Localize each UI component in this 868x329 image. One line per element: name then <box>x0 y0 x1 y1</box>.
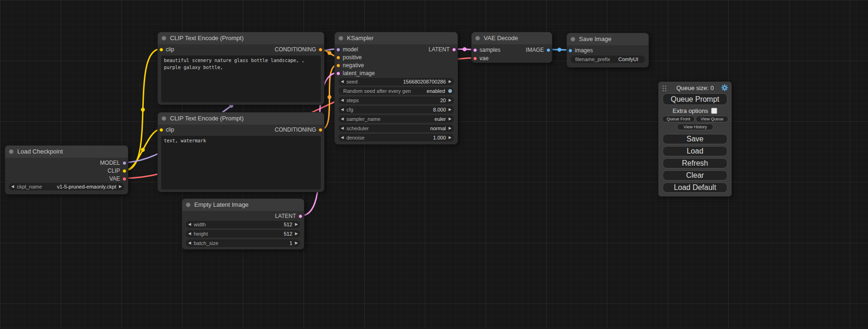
refresh-button[interactable]: Refresh <box>663 158 727 168</box>
widget-value: euler <box>435 115 446 123</box>
output-slot-conditioning[interactable]: CONDITIONING <box>158 46 324 54</box>
increment-arrow-icon[interactable]: ▶ <box>119 183 122 190</box>
slot-dot-vae[interactable] <box>122 177 127 181</box>
node-title-bar[interactable]: Load Checkpoint <box>5 146 128 158</box>
widget-seed[interactable]: ◀ seed 156680208700286 ▶ <box>339 78 454 85</box>
widget-random-seed-toggle[interactable]: Random seed after every gen enabled <box>339 87 454 95</box>
slot-dot-vae[interactable] <box>473 56 477 61</box>
node-save-image[interactable]: Save Image images filename_prefix ComfyU… <box>566 33 649 68</box>
load-default-button[interactable]: Load Default <box>663 182 727 193</box>
decrement-arrow-icon[interactable]: ◀ <box>11 183 14 190</box>
collapse-dot-icon[interactable] <box>475 36 480 41</box>
collapse-dot-icon[interactable] <box>571 37 575 42</box>
input-slot-latent-image[interactable]: latent_image <box>335 70 458 77</box>
slot-dot-conditioning[interactable] <box>318 48 323 52</box>
decrement-arrow-icon[interactable]: ◀ <box>341 125 344 132</box>
node-title-bar[interactable]: KSampler <box>335 32 458 44</box>
node-title-bar[interactable]: VAE Decode <box>472 32 552 44</box>
slot-dot-latent[interactable] <box>452 48 456 52</box>
node-empty-latent-image[interactable]: Empty Latent Image LATENT ◀ width 512 ▶ … <box>182 198 304 250</box>
output-slot-vae[interactable]: VAE <box>5 175 128 183</box>
widget-value: 512 <box>284 221 292 228</box>
collapse-dot-icon[interactable] <box>9 149 14 154</box>
node-title-bar[interactable]: Save Image <box>567 33 649 45</box>
output-slot-image[interactable]: IMAGE <box>472 46 552 54</box>
decrement-arrow-icon[interactable]: ◀ <box>341 115 344 123</box>
slot-dot-conditioning[interactable] <box>336 63 340 68</box>
view-history-button[interactable]: View History <box>677 124 713 130</box>
increment-arrow-icon[interactable]: ▶ <box>295 239 298 247</box>
widget-height[interactable]: ◀ height 512 ▶ <box>186 230 300 238</box>
collapse-dot-icon[interactable] <box>339 36 343 41</box>
increment-arrow-icon[interactable]: ▶ <box>449 106 452 113</box>
output-slot-clip[interactable]: CLIP <box>5 167 128 175</box>
menu-header: Queue size: 0 <box>662 84 728 92</box>
increment-arrow-icon[interactable]: ▶ <box>449 134 452 141</box>
input-slot-negative[interactable]: negative <box>335 62 458 70</box>
widget-width[interactable]: ◀ width 512 ▶ <box>186 221 300 228</box>
node-title: CLIP Text Encode (Prompt) <box>170 115 244 122</box>
collapse-dot-icon[interactable] <box>186 203 191 207</box>
save-button[interactable]: Save <box>663 134 727 144</box>
slot-dot-conditioning[interactable] <box>318 128 323 132</box>
increment-arrow-icon[interactable]: ▶ <box>449 115 452 123</box>
graph-canvas[interactable]: Load Checkpoint MODEL CLIP VAE ◀ ckpt_na… <box>0 0 868 329</box>
slot-dot-latent[interactable] <box>298 214 303 218</box>
positive-prompt-textarea[interactable]: beautiful scenery nature glass bottle la… <box>161 56 321 102</box>
slot-dot-latent[interactable] <box>336 71 340 76</box>
queue-front-button[interactable]: Queue Front <box>662 116 695 122</box>
decrement-arrow-icon[interactable]: ◀ <box>188 221 191 228</box>
settings-gear-icon[interactable] <box>721 84 728 91</box>
widget-label: height <box>194 230 208 238</box>
slot-label: CONDITIONING <box>275 126 316 134</box>
decrement-arrow-icon[interactable]: ◀ <box>341 134 344 141</box>
node-title-bar[interactable]: CLIP Text Encode (Prompt) <box>158 32 324 44</box>
widget-filename-prefix[interactable]: filename_prefix ComfyUI <box>571 56 645 63</box>
clear-button[interactable]: Clear <box>663 170 727 181</box>
decrement-arrow-icon[interactable]: ◀ <box>341 97 344 104</box>
collapse-dot-icon[interactable] <box>162 116 166 121</box>
decrement-arrow-icon[interactable]: ◀ <box>341 106 344 113</box>
increment-arrow-icon[interactable]: ▶ <box>295 221 298 228</box>
increment-arrow-icon[interactable]: ▶ <box>449 125 452 132</box>
slot-dot-image[interactable] <box>568 49 572 53</box>
widget-batch-size[interactable]: ◀ batch_size 1 ▶ <box>186 239 300 247</box>
node-ksampler[interactable]: KSampler model LATENT positive negative … <box>334 32 458 145</box>
slot-dot-conditioning[interactable] <box>336 56 340 60</box>
output-slot-latent[interactable]: LATENT <box>182 212 304 220</box>
widget-scheduler[interactable]: ◀ scheduler normal ▶ <box>339 125 454 132</box>
widget-sampler-name[interactable]: ◀ sampler_name euler ▶ <box>339 115 454 123</box>
output-slot-conditioning[interactable]: CONDITIONING <box>158 126 324 134</box>
output-slot-latent[interactable]: LATENT <box>335 46 458 54</box>
toggle-on-indicator-icon[interactable] <box>448 89 452 93</box>
node-load-checkpoint[interactable]: Load Checkpoint MODEL CLIP VAE ◀ ckpt_na… <box>5 145 128 195</box>
negative-prompt-textarea[interactable]: text, watermark <box>161 136 321 189</box>
increment-arrow-icon[interactable]: ▶ <box>449 97 452 104</box>
collapse-dot-icon[interactable] <box>162 36 166 41</box>
load-button[interactable]: Load <box>663 146 727 156</box>
node-title-bar[interactable]: CLIP Text Encode (Prompt) <box>158 112 324 125</box>
node-clip-text-encode-negative[interactable]: CLIP Text Encode (Prompt) clip CONDITION… <box>157 112 325 192</box>
queue-prompt-button[interactable]: Queue Prompt <box>663 93 727 105</box>
increment-arrow-icon[interactable]: ▶ <box>449 78 452 85</box>
widget-ckpt-name[interactable]: ◀ ckpt_name v1-5-pruned-emaonly.ckpt ▶ <box>9 183 124 190</box>
extra-options-checkbox[interactable] <box>711 108 717 114</box>
input-slot-vae[interactable]: vae <box>472 55 552 63</box>
node-title-bar[interactable]: Empty Latent Image <box>182 199 304 211</box>
widget-cfg[interactable]: ◀ cfg 8.000 ▶ <box>339 106 454 113</box>
view-queue-button[interactable]: View Queue <box>696 116 728 122</box>
output-slot-model[interactable]: MODEL <box>5 159 128 167</box>
widget-steps[interactable]: ◀ steps 20 ▶ <box>339 97 454 104</box>
node-clip-text-encode-positive[interactable]: CLIP Text Encode (Prompt) clip CONDITION… <box>157 32 325 105</box>
decrement-arrow-icon[interactable]: ◀ <box>341 78 344 85</box>
slot-dot-clip[interactable] <box>122 169 127 173</box>
slot-dot-image[interactable] <box>546 48 550 52</box>
increment-arrow-icon[interactable]: ▶ <box>295 230 298 238</box>
decrement-arrow-icon[interactable]: ◀ <box>188 239 191 247</box>
input-slot-positive[interactable]: positive <box>335 54 458 62</box>
widget-denoise[interactable]: ◀ denoise 1.000 ▶ <box>339 134 454 141</box>
input-slot-images[interactable]: images <box>567 47 649 55</box>
decrement-arrow-icon[interactable]: ◀ <box>188 230 191 238</box>
slot-dot-model[interactable] <box>122 161 127 165</box>
node-vae-decode[interactable]: VAE Decode samples IMAGE vae <box>471 32 552 63</box>
